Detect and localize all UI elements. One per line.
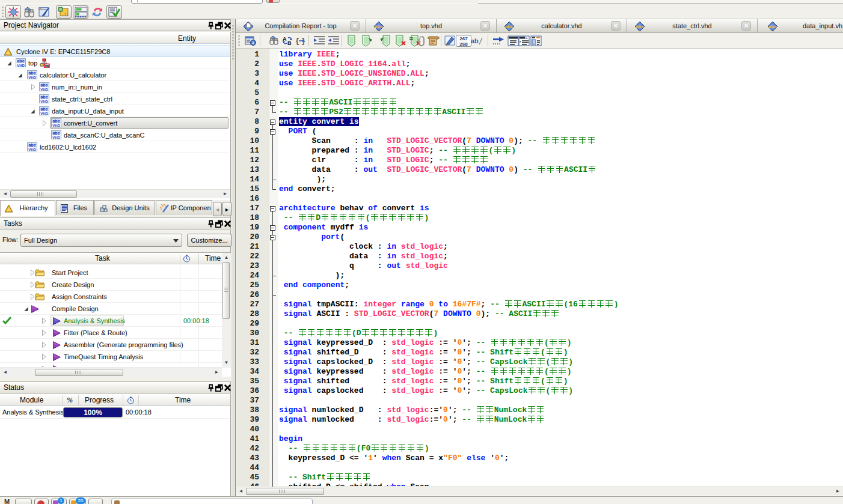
svg-text:ab: ab — [471, 37, 479, 44]
svg-text:{: { — [295, 37, 299, 46]
svg-text:abc: abc — [636, 24, 644, 29]
svg-text:abc: abc — [505, 24, 513, 29]
svg-text:abc: abc — [768, 24, 777, 29]
svg-text:abc: abc — [375, 24, 383, 29]
svg-text:B: B — [287, 40, 292, 46]
